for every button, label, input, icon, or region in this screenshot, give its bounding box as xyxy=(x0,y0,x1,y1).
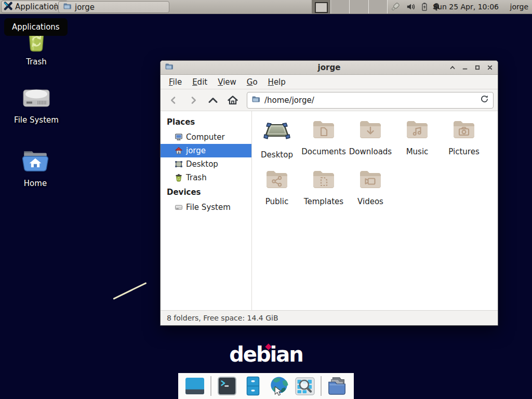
path-bar[interactable] xyxy=(247,92,494,109)
back-icon[interactable] xyxy=(165,92,182,108)
file-label: Downloads xyxy=(349,147,392,156)
file-item-downloads[interactable]: Downloads xyxy=(347,118,394,168)
workspace-3[interactable] xyxy=(350,0,369,14)
file-item-documents[interactable]: Documents xyxy=(300,118,347,168)
file-item-templates[interactable]: Templates xyxy=(300,168,347,218)
titlebar[interactable]: jorge xyxy=(161,61,498,75)
maximize-icon[interactable] xyxy=(473,64,481,72)
sidebar-item-label: Trash xyxy=(186,173,207,182)
panel-clock[interactable]: Sun 25 Apr, 10:06 xyxy=(433,0,499,14)
debian-wallpaper-logo: debian xyxy=(229,344,303,365)
menu-edit[interactable]: Edit xyxy=(187,76,212,88)
statusbar: 8 folders, Free space: 14.4 GiB xyxy=(161,310,498,325)
sidebar-item-desktop[interactable]: Desktop xyxy=(161,157,251,171)
file-cabinet-icon[interactable] xyxy=(243,376,263,396)
desktop-icon-file-system[interactable]: File System xyxy=(10,85,62,125)
show-desktop-icon[interactable] xyxy=(184,376,205,396)
sidebar-places-header: Places xyxy=(161,114,251,130)
home-icon[interactable] xyxy=(224,92,242,108)
file-grid: Desktop Documents xyxy=(252,111,498,310)
dock-separator xyxy=(210,376,211,396)
close-icon[interactable] xyxy=(486,64,494,72)
file-item-music[interactable]: Music xyxy=(394,118,441,168)
sidebar-item-trash[interactable]: Trash xyxy=(161,171,251,184)
forward-icon[interactable] xyxy=(184,92,202,108)
folder-downloads-icon xyxy=(358,118,383,142)
sidebar-item-label: File System xyxy=(186,203,231,212)
folder-templates-icon xyxy=(311,168,336,192)
minimize-icon[interactable] xyxy=(461,64,469,72)
path-input[interactable] xyxy=(263,95,476,105)
desktop-icon-home[interactable]: Home xyxy=(9,148,61,188)
file-item-public[interactable]: Public xyxy=(254,168,300,218)
file-label: Pictures xyxy=(448,147,479,156)
sidebar: Places Computer xyxy=(161,111,252,310)
folder-public-icon xyxy=(264,168,289,192)
home-icon xyxy=(175,147,183,155)
sidebar-item-jorge[interactable]: jorge xyxy=(161,144,251,157)
app-finder-icon[interactable] xyxy=(295,376,315,396)
taskbar-window-label: jorge xyxy=(75,3,95,12)
file-label: Documents xyxy=(301,147,346,156)
hard-drive-icon xyxy=(175,203,183,211)
web-browser-icon[interactable] xyxy=(269,376,289,396)
folder-videos-icon xyxy=(358,168,383,192)
file-item-pictures[interactable]: Pictures xyxy=(441,118,487,168)
home-folder-icon xyxy=(21,148,50,177)
workspace-pager xyxy=(312,0,388,14)
sidebar-item-computer[interactable]: Computer xyxy=(161,130,251,144)
folder-icon xyxy=(63,2,71,12)
desktop-icon xyxy=(175,160,183,168)
battery-icon[interactable] xyxy=(420,2,429,11)
up-icon[interactable] xyxy=(204,92,222,108)
removable-media-icon[interactable] xyxy=(390,2,399,11)
top-panel: Applications jorge xyxy=(0,0,532,14)
menubar: File Edit View Go Help xyxy=(161,75,498,89)
folder-icon xyxy=(251,95,260,105)
dock xyxy=(178,373,354,399)
panel-username[interactable]: jorge xyxy=(510,0,528,14)
xfce-menu-icon xyxy=(4,2,12,12)
volume-icon[interactable] xyxy=(406,2,416,11)
applications-tooltip: Applications xyxy=(4,18,68,36)
workspace-1[interactable] xyxy=(312,0,331,14)
cursor-trail-artifact xyxy=(113,282,147,300)
sidebar-item-file-system[interactable]: File System xyxy=(161,201,251,214)
file-label: Public xyxy=(265,197,288,206)
workspace-window-thumb xyxy=(315,2,328,13)
desktop-workspace-icon xyxy=(262,118,291,145)
folder-music-icon xyxy=(405,118,430,142)
taskbar-window-button[interactable]: jorge xyxy=(58,1,169,13)
file-label: Templates xyxy=(304,197,343,206)
computer-icon xyxy=(175,133,183,141)
file-label: Desktop xyxy=(261,150,293,159)
shade-icon[interactable] xyxy=(448,64,456,72)
sidebar-item-label: Desktop xyxy=(186,159,218,169)
statusbar-text: 8 folders, Free space: 14.4 GiB xyxy=(167,314,278,322)
file-manager-window: jorge File Edit View Go Help xyxy=(160,60,498,326)
sidebar-item-label: jorge xyxy=(186,146,206,155)
reload-icon[interactable] xyxy=(480,95,489,105)
sidebar-devices-header: Devices xyxy=(161,184,251,201)
file-label: Videos xyxy=(357,197,383,206)
workspace-4[interactable] xyxy=(369,0,388,14)
dock-separator xyxy=(321,376,322,396)
menu-file[interactable]: File xyxy=(164,76,187,88)
sidebar-item-label: Computer xyxy=(186,132,225,142)
file-item-videos[interactable]: Videos xyxy=(347,168,394,218)
trash-icon xyxy=(175,174,183,182)
dock-folder-icon[interactable] xyxy=(327,376,348,396)
menu-view[interactable]: View xyxy=(212,76,242,88)
menu-help[interactable]: Help xyxy=(263,76,291,88)
workspace-2[interactable] xyxy=(331,0,350,14)
desktop-icon-label: File System xyxy=(14,115,59,125)
file-label: Music xyxy=(406,147,429,156)
folder-documents-icon xyxy=(311,118,336,142)
terminal-icon[interactable] xyxy=(217,376,237,396)
folder-pictures-icon xyxy=(451,118,476,142)
desktop-icon-label: Trash xyxy=(26,57,47,66)
menu-go[interactable]: Go xyxy=(242,76,263,88)
window-list-grip[interactable] xyxy=(55,3,57,10)
toolbar xyxy=(161,89,498,111)
file-item-desktop[interactable]: Desktop xyxy=(254,118,300,168)
